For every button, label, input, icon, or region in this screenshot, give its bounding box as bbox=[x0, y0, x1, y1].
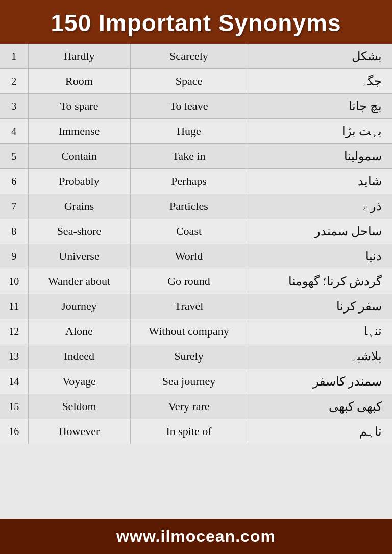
word-synonym: Coast bbox=[130, 219, 248, 244]
page-footer: www.ilmocean.com bbox=[0, 519, 392, 554]
table-row: 10Wander aboutGo roundگردش کرنا؛ گھومنا bbox=[0, 269, 392, 294]
word-synonym: Perhaps bbox=[130, 169, 248, 194]
word-synonym: Take in bbox=[130, 144, 248, 169]
word-english: Indeed bbox=[28, 344, 130, 369]
word-urdu: سمولینا bbox=[248, 144, 392, 169]
table-row: 13IndeedSurelyبلاشبہ bbox=[0, 344, 392, 369]
row-number: 15 bbox=[0, 394, 28, 419]
synonyms-table: 1HardlyScarcelyبشکل2RoomSpaceجگہ3To spar… bbox=[0, 44, 392, 444]
table-row: 15SeldomVery rareکبھی کبھی bbox=[0, 394, 392, 419]
footer-url: www.ilmocean.com bbox=[10, 527, 382, 546]
page-title: 150 Important Synonyms bbox=[10, 9, 382, 37]
word-urdu: بشکل bbox=[248, 44, 392, 69]
word-synonym: Huge bbox=[130, 119, 248, 144]
table-row: 14VoyageSea journeyسمندر کاسفر bbox=[0, 369, 392, 394]
table-row: 1HardlyScarcelyبشکل bbox=[0, 44, 392, 69]
word-english: Universe bbox=[28, 244, 130, 269]
table-row: 16HoweverIn spite ofتاہم bbox=[0, 419, 392, 444]
word-urdu: دنیا bbox=[248, 244, 392, 269]
word-english: Grains bbox=[28, 194, 130, 219]
word-urdu: گردش کرنا؛ گھومنا bbox=[248, 269, 392, 294]
row-number: 11 bbox=[0, 294, 28, 319]
table-row: 9UniverseWorldدنیا bbox=[0, 244, 392, 269]
table-row: 11JourneyTravelسفر کرنا bbox=[0, 294, 392, 319]
word-synonym: Go round bbox=[130, 269, 248, 294]
word-english: However bbox=[28, 419, 130, 444]
row-number: 9 bbox=[0, 244, 28, 269]
row-number: 2 bbox=[0, 69, 28, 94]
word-english: Contain bbox=[28, 144, 130, 169]
word-urdu: کبھی کبھی bbox=[248, 394, 392, 419]
table-row: 8Sea-shoreCoastساحل سمندر bbox=[0, 219, 392, 244]
word-english: Probably bbox=[28, 169, 130, 194]
row-number: 7 bbox=[0, 194, 28, 219]
word-english: To spare bbox=[28, 94, 130, 119]
row-number: 8 bbox=[0, 219, 28, 244]
row-number: 10 bbox=[0, 269, 28, 294]
row-number: 6 bbox=[0, 169, 28, 194]
word-synonym: In spite of bbox=[130, 419, 248, 444]
row-number: 3 bbox=[0, 94, 28, 119]
row-number: 13 bbox=[0, 344, 28, 369]
word-synonym: Surely bbox=[130, 344, 248, 369]
table-container: ILMOCEAN 1HardlyScarcelyبشکل2RoomSpaceجگ… bbox=[0, 44, 392, 519]
word-urdu: ذرے bbox=[248, 194, 392, 219]
word-urdu: شاید bbox=[248, 169, 392, 194]
word-synonym: Space bbox=[130, 69, 248, 94]
table-row: 3To spareTo leaveبچ جانا bbox=[0, 94, 392, 119]
word-urdu: تاہم bbox=[248, 419, 392, 444]
word-urdu: بچ جانا bbox=[248, 94, 392, 119]
word-english: Journey bbox=[28, 294, 130, 319]
word-english: Seldom bbox=[28, 394, 130, 419]
row-number: 12 bbox=[0, 319, 28, 344]
page-header: 150 Important Synonyms bbox=[0, 0, 392, 44]
row-number: 5 bbox=[0, 144, 28, 169]
word-english: Wander about bbox=[28, 269, 130, 294]
word-synonym: Travel bbox=[130, 294, 248, 319]
word-urdu: بلاشبہ bbox=[248, 344, 392, 369]
word-urdu: تنہا bbox=[248, 319, 392, 344]
word-english: Immense bbox=[28, 119, 130, 144]
word-synonym: To leave bbox=[130, 94, 248, 119]
table-row: 5ContainTake inسمولینا bbox=[0, 144, 392, 169]
word-english: Sea-shore bbox=[28, 219, 130, 244]
word-urdu: جگہ bbox=[248, 69, 392, 94]
word-urdu: سمندر کاسفر bbox=[248, 369, 392, 394]
row-number: 1 bbox=[0, 44, 28, 69]
word-urdu: بہت بڑا bbox=[248, 119, 392, 144]
word-synonym: World bbox=[130, 244, 248, 269]
row-number: 14 bbox=[0, 369, 28, 394]
word-english: Room bbox=[28, 69, 130, 94]
table-row: 2RoomSpaceجگہ bbox=[0, 69, 392, 94]
word-urdu: ساحل سمندر bbox=[248, 219, 392, 244]
row-number: 4 bbox=[0, 119, 28, 144]
row-number: 16 bbox=[0, 419, 28, 444]
word-english: Voyage bbox=[28, 369, 130, 394]
word-synonym: Sea journey bbox=[130, 369, 248, 394]
word-english: Hardly bbox=[28, 44, 130, 69]
table-row: 7GrainsParticlesذرے bbox=[0, 194, 392, 219]
word-synonym: Without company bbox=[130, 319, 248, 344]
table-row: 6ProbablyPerhapsشاید bbox=[0, 169, 392, 194]
word-synonym: Particles bbox=[130, 194, 248, 219]
word-synonym: Very rare bbox=[130, 394, 248, 419]
word-english: Alone bbox=[28, 319, 130, 344]
word-urdu: سفر کرنا bbox=[248, 294, 392, 319]
table-row: 12AloneWithout companyتنہا bbox=[0, 319, 392, 344]
table-row: 4ImmenseHugeبہت بڑا bbox=[0, 119, 392, 144]
word-synonym: Scarcely bbox=[130, 44, 248, 69]
